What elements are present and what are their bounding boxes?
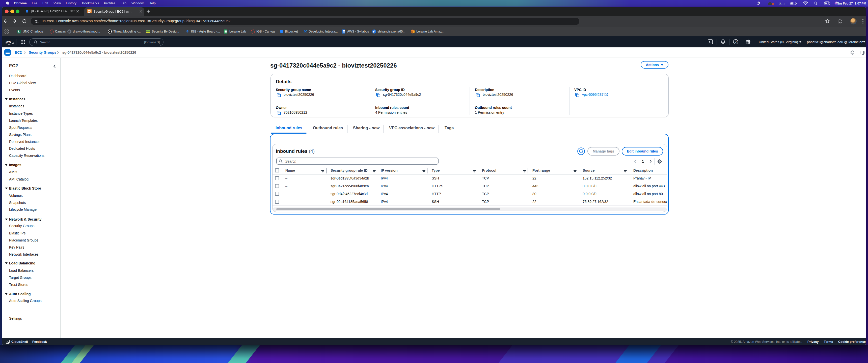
svg-text:?: ? xyxy=(735,40,737,44)
svg-text:aws: aws xyxy=(5,40,11,43)
